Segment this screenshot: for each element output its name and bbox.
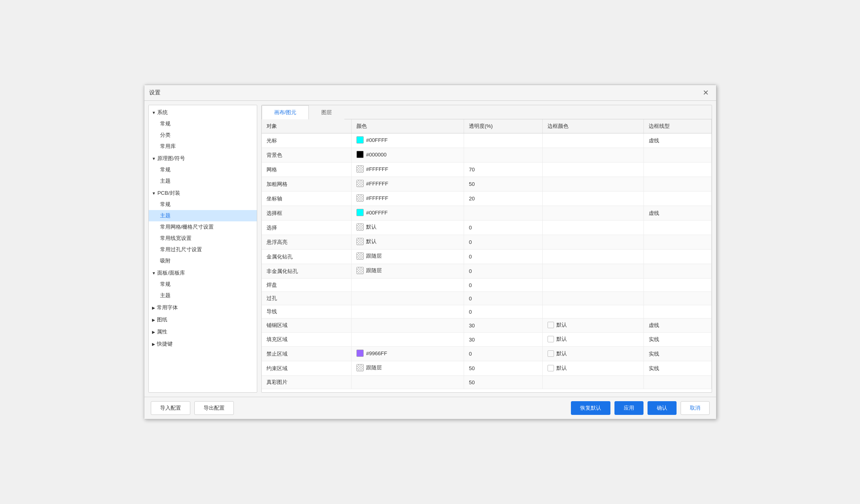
cell-object-12: 导线 [262,305,352,319]
cell-object-15: 禁止区域 [262,347,352,361]
confirm-button[interactable]: 确认 [648,401,677,415]
sidebar-section-shortcuts: ▶快捷键 [149,338,257,350]
cell-color-11[interactable] [352,292,464,305]
cell-border-color-10[interactable] [543,279,644,292]
footer-left: 导入配置 导出配置 [151,401,234,415]
cell-border-type-14: 实线 [644,333,711,347]
cell-border-color-15[interactable]: 默认 [543,347,644,361]
color-hex-label: #00FFFF [366,137,387,143]
sidebar-group-label-drawing: 图纸 [157,316,167,323]
cell-transparency-8: 0 [464,250,542,264]
cell-border-color-7[interactable] [543,235,644,250]
sidebar-item-pcb-linewidth[interactable]: 常用线宽设置 [149,233,257,244]
cell-border-color-16[interactable]: 默认 [543,361,644,376]
table-row: 网格#FFFFFF70 [262,162,712,177]
cell-border-color-1[interactable] [543,148,644,162]
cell-border-color-8[interactable] [543,250,644,264]
sidebar-item-sch-theme[interactable]: 主题 [149,175,257,187]
sidebar-item-pcb-general[interactable]: 常规 [149,199,257,210]
sidebar-item-sch-general[interactable]: 常规 [149,164,257,175]
sidebar-group-panel[interactable]: ▼面板/面板库 [149,267,257,279]
cell-border-color-13[interactable]: 默认 [543,319,644,333]
tab-layers[interactable]: 图层 [309,105,344,119]
table-row: 选择默认0 [262,221,712,235]
sidebar-item-sys-general[interactable]: 常规 [149,118,257,129]
cell-color-8[interactable]: 跟随层 [352,250,464,264]
cell-color-1[interactable]: #000000 [352,148,464,162]
sidebar-group-drawing[interactable]: ▶图纸 [149,314,257,325]
border-swatch-box [548,365,554,371]
cell-color-7[interactable]: 默认 [352,235,464,250]
cell-color-12[interactable] [352,305,464,319]
cell-color-16[interactable]: 跟随层 [352,361,464,376]
sidebar-group-system[interactable]: ▼系统 [149,107,257,118]
cancel-button[interactable]: 取消 [681,401,710,415]
table-row: 光标#00FFFF虚线 [262,133,712,148]
color-swatch: 跟随层 [356,364,382,371]
table-row: 铺铜区域30默认虚线 [262,319,712,333]
sidebar-item-sys-category[interactable]: 分类 [149,129,257,141]
sidebar-item-pcb-snap[interactable]: 吸附 [149,255,257,267]
cell-color-17[interactable] [352,376,464,389]
border-color-label: 默认 [556,350,567,357]
table-row: 金属化钻孔跟随层0 [262,250,712,264]
cell-border-color-5[interactable] [543,206,644,221]
cell-color-9[interactable]: 跟随层 [352,264,464,279]
cell-border-color-3[interactable] [543,177,644,192]
import-config-button[interactable]: 导入配置 [151,401,190,415]
cell-transparency-17: 50 [464,376,542,389]
sidebar-group-fonts[interactable]: ▶常用字体 [149,302,257,313]
cell-border-color-11[interactable] [543,292,644,305]
cell-border-color-2[interactable] [543,162,644,177]
cell-color-15[interactable]: #9966FF [352,347,464,361]
sidebar-item-pcb-grid[interactable]: 常用网格/栅格尺寸设置 [149,221,257,233]
cell-color-13[interactable] [352,319,464,333]
cell-color-6[interactable]: 默认 [352,221,464,235]
color-swatch: #9966FF [356,350,387,357]
cell-border-color-14[interactable]: 默认 [543,333,644,347]
cell-color-4[interactable]: #FFFFFF [352,192,464,206]
sidebar-group-properties[interactable]: ▶属性 [149,326,257,337]
restore-default-button[interactable]: 恢复默认 [571,401,610,415]
cell-border-color-4[interactable] [543,192,644,206]
cell-object-17: 真彩图片 [262,376,352,389]
cell-color-0[interactable]: #00FFFF [352,133,464,148]
cell-border-color-17[interactable] [543,376,644,389]
tab-canvas[interactable]: 画布/图元 [262,105,309,119]
export-config-button[interactable]: 导出配置 [194,401,234,415]
color-swatch: #FFFFFF [356,180,388,187]
swatch-box [356,252,364,260]
sidebar-group-schematic[interactable]: ▼原理图/符号 [149,153,257,164]
footer-right: 恢复默认 应用 确认 取消 [571,401,710,415]
cell-color-14[interactable] [352,333,464,347]
swatch-box [356,165,364,173]
settings-dialog: 设置 ✕ ▼系统常规分类常用库▼原理图/符号常规主题▼PCB/封装常规主题常用网… [144,85,716,419]
cell-color-3[interactable]: #FFFFFF [352,177,464,192]
cell-color-5[interactable]: #00FFFF [352,206,464,221]
main-content: 画布/图元图层 对象颜色透明度(%)边框颜色边框线型 光标#00FFFF虚线背景… [261,105,712,393]
cell-border-type-8 [644,250,711,264]
sidebar-group-label-fonts: 常用字体 [157,304,178,311]
apply-button[interactable]: 应用 [614,401,643,415]
sidebar-item-panel-theme[interactable]: 主题 [149,290,257,301]
table-row: 填充区域30默认实线 [262,333,712,347]
cell-color-2[interactable]: #FFFFFF [352,162,464,177]
sidebar-group-shortcuts[interactable]: ▶快捷键 [149,338,257,350]
cell-border-color-6[interactable] [543,221,644,235]
cell-border-type-6 [644,221,711,235]
sidebar-item-panel-general[interactable]: 常规 [149,279,257,290]
sidebar-item-pcb-via[interactable]: 常用过孔尺寸设置 [149,244,257,255]
sidebar-section-schematic: ▼原理图/符号常规主题 [149,153,257,187]
cell-border-type-12 [644,305,711,319]
cell-border-type-17 [644,376,711,389]
cell-border-type-3 [644,177,711,192]
cell-color-10[interactable] [352,279,464,292]
sidebar-section-drawing: ▶图纸 [149,314,257,325]
cell-border-color-9[interactable] [543,264,644,279]
cell-border-color-12[interactable] [543,305,644,319]
sidebar-item-pcb-theme[interactable]: 主题 [149,210,257,221]
sidebar-item-sys-library[interactable]: 常用库 [149,141,257,152]
close-button[interactable]: ✕ [700,88,711,97]
cell-border-color-0[interactable] [543,133,644,148]
sidebar-group-pcb[interactable]: ▼PCB/封装 [149,187,257,199]
